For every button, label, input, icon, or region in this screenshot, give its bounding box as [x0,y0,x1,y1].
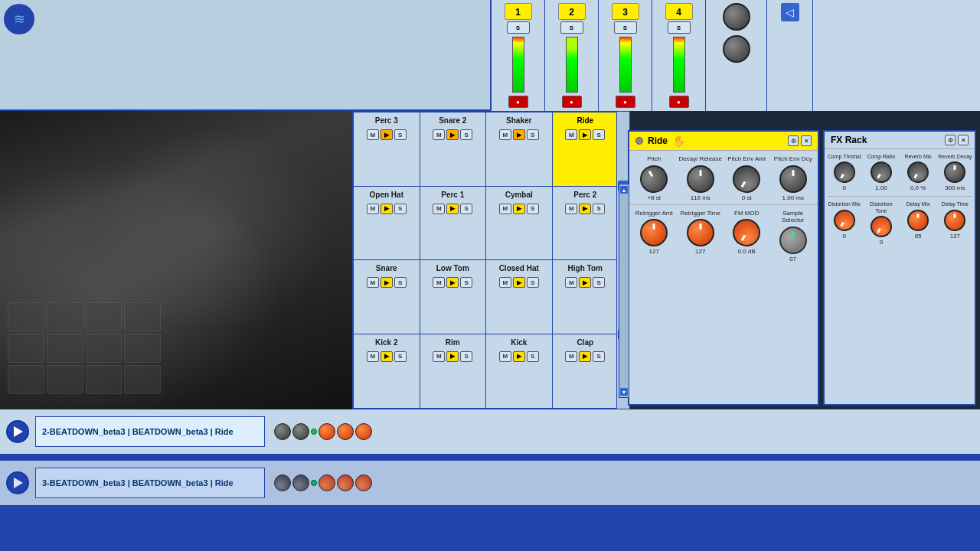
play-btn-track1[interactable] [6,420,29,443]
mini-knob-2[interactable] [292,423,309,440]
play-btn-snare[interactable]: ▶ [381,277,393,288]
play-btn-snare2[interactable]: ▶ [446,129,459,140]
reverb-mix-knob[interactable] [903,158,933,187]
comp-ratio-knob[interactable] [867,158,896,187]
mute-btn-lowtom[interactable]: M [433,277,445,288]
mute-btn-4[interactable]: ● [669,96,689,108]
nav-arrow-icon[interactable]: ◁ [781,3,799,21]
solo-btn-rim[interactable]: S [460,351,472,362]
mixer-knob-5b[interactable] [723,35,750,63]
play-btn-rim[interactable]: ▶ [446,351,459,362]
mute-btn-2[interactable]: ● [562,96,582,108]
channel-number-1[interactable]: 1 [505,3,532,20]
retrigger-amt-knob[interactable] [640,219,668,246]
ride-scroll-down-icon[interactable]: ▼ [620,388,628,396]
mini-knob-9[interactable] [337,474,354,491]
delay-time-knob[interactable] [944,210,965,231]
ride-scroll-up-icon[interactable]: ▲ [620,186,628,194]
play-btn-clap[interactable]: ▶ [579,351,591,362]
mute-btn-3[interactable]: ● [616,96,635,108]
ride-options-btn[interactable]: ⚙ [788,135,799,146]
mute-btn-rim[interactable]: M [433,351,445,362]
solo-btn-3[interactable]: S [614,21,637,34]
mini-knob-5[interactable] [355,423,372,440]
play-btn-shaker[interactable]: ▶ [513,129,525,140]
mute-btn-ride[interactable]: M [565,129,577,140]
mute-btn-closedhat[interactable]: M [499,277,511,288]
solo-btn-2[interactable]: S [560,21,583,34]
solo-btn-lowtom[interactable]: S [460,277,472,288]
mute-btn-hightom[interactable]: M [565,277,577,288]
comp-thrshld-knob[interactable] [830,158,859,187]
fader-4[interactable] [673,37,685,93]
solo-btn-perc1[interactable]: S [460,204,472,214]
solo-btn-cymbal[interactable]: S [527,204,539,214]
solo-btn-shaker[interactable]: S [527,129,539,140]
distortion-tone-knob[interactable] [867,212,896,241]
fader-1[interactable] [512,37,524,93]
distortion-mix-knob[interactable] [830,206,859,235]
mini-knob-6[interactable] [274,474,291,491]
mixer-knob-5[interactable] [723,3,750,31]
play-btn-hightom[interactable]: ▶ [579,277,591,288]
mute-btn-perc2[interactable]: M [565,204,577,214]
pitch-knob[interactable] [635,160,673,197]
delay-mix-knob[interactable] [907,210,929,231]
solo-btn-kick[interactable]: S [527,351,539,362]
retrigger-time-knob[interactable] [687,219,714,246]
mute-btn-shaker[interactable]: M [499,129,511,140]
play-btn-ride[interactable]: ▶ [579,129,591,140]
fx-close-btn[interactable]: ✕ [958,135,969,145]
play-btn-track2[interactable] [6,471,29,494]
ride-scrollbar[interactable]: ▲ ▼ [619,184,629,398]
solo-btn-ride[interactable]: S [593,129,605,140]
channel-number-3[interactable]: 3 [612,3,639,20]
reverb-decay-knob[interactable] [944,161,965,183]
mute-btn-clap[interactable]: M [565,351,577,362]
solo-btn-perc3[interactable]: S [394,129,407,140]
play-btn-cymbal[interactable]: ▶ [513,204,525,214]
solo-btn-closedhat[interactable]: S [527,277,539,288]
play-btn-kick[interactable]: ▶ [513,351,525,362]
play-btn-perc3[interactable]: ▶ [381,129,393,140]
mute-btn-snare2[interactable]: M [433,129,445,140]
decay-knob[interactable] [687,165,714,193]
app-logo[interactable]: ≋ [4,4,34,34]
channel-number-2[interactable]: 2 [558,3,586,20]
solo-btn-perc2[interactable]: S [593,204,605,214]
mini-knob-10[interactable] [355,474,372,491]
mute-btn-kick[interactable]: M [499,351,511,362]
mini-knob-1[interactable] [274,423,291,440]
solo-btn-openhat[interactable]: S [394,204,407,214]
mute-btn-openhat[interactable]: M [367,204,379,214]
play-btn-closedhat[interactable]: ▶ [513,277,525,288]
mute-btn-cymbal[interactable]: M [499,204,511,214]
play-btn-perc1[interactable]: ▶ [446,204,459,214]
fader-2[interactable] [566,37,578,93]
solo-btn-clap[interactable]: S [593,351,605,362]
fx-options-btn[interactable]: ⚙ [945,135,956,145]
channel-number-4[interactable]: 4 [665,3,693,20]
play-btn-kick2[interactable]: ▶ [381,351,393,362]
mute-btn-perc1[interactable]: M [433,204,445,214]
mini-knob-8[interactable] [318,474,335,491]
solo-btn-snare[interactable]: S [394,277,407,288]
mute-btn-perc3[interactable]: M [367,129,379,140]
mute-btn-1[interactable]: ● [508,96,528,108]
mini-knob-3[interactable] [318,423,335,440]
solo-btn-4[interactable]: S [668,21,691,34]
play-btn-lowtom[interactable]: ▶ [446,277,459,288]
solo-btn-kick2[interactable]: S [394,351,407,362]
play-btn-perc2[interactable]: ▶ [579,204,591,214]
mini-knob-7[interactable] [292,474,309,491]
pitch-env-dcy-knob[interactable] [779,165,807,193]
mute-btn-snare[interactable]: M [367,277,379,288]
sample-selector-knob[interactable] [779,227,807,254]
solo-btn-1[interactable]: S [507,21,530,34]
ride-close-btn[interactable]: ✕ [801,135,812,146]
play-btn-openhat[interactable]: ▶ [381,204,393,214]
fm-mod-knob[interactable] [728,214,766,252]
solo-btn-snare2[interactable]: S [460,129,472,140]
solo-btn-hightom[interactable]: S [593,277,605,288]
pitch-env-amt-knob[interactable] [728,160,766,197]
